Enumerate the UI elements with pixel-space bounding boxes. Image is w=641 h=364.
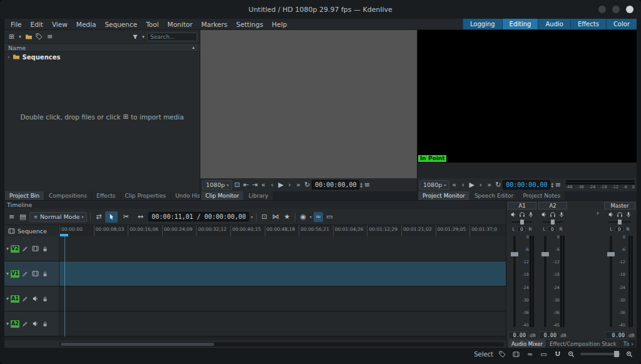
ripple-edit-icon[interactable]: ⇄: [94, 212, 103, 222]
video-thumbnails-icon[interactable]: ▭: [325, 212, 334, 222]
video-thumbnails-button[interactable]: [511, 349, 521, 359]
monitor-dock-tab[interactable]: Clip Monitor: [201, 191, 244, 200]
lock-track-icon[interactable]: [41, 245, 49, 253]
spacer-tool-button[interactable]: ↔: [134, 211, 146, 223]
clip-monitor-resolution-combo[interactable]: 1080p ▾: [202, 180, 232, 190]
video-track-icon[interactable]: [31, 270, 39, 278]
zone-start-icon[interactable]: ⇤: [242, 180, 250, 190]
track-edit-icon[interactable]: [21, 320, 29, 328]
loop-zone-icon[interactable]: ↻: [303, 180, 311, 190]
create-folder-button[interactable]: [24, 32, 33, 42]
audio-track-icon[interactable]: [31, 320, 39, 328]
fit-zoom-icon[interactable]: ⊡: [260, 212, 269, 222]
filter-button[interactable]: [130, 32, 140, 42]
bin-dock-tab[interactable]: Effects: [92, 191, 120, 200]
zone-end-icon[interactable]: ⇥: [250, 180, 259, 190]
lock-track-icon[interactable]: [41, 320, 49, 328]
mix-clips-icon[interactable]: ⋈: [271, 212, 280, 222]
bin-dock-tab[interactable]: Undo History: [171, 191, 200, 200]
project-monitor-resolution-combo[interactable]: 1080p ▾: [419, 180, 449, 190]
track-headers-menu-icon[interactable]: ▤: [18, 212, 28, 222]
favorite-effects-icon[interactable]: ★: [282, 212, 292, 222]
sequences-folder-row[interactable]: › Sequences: [4, 52, 200, 62]
track-v1-header[interactable]: ▾ V1: [4, 261, 59, 286]
solo-button[interactable]: [519, 211, 525, 218]
menu-item[interactable]: Markers: [197, 21, 232, 28]
menu-item[interactable]: Settings: [232, 21, 267, 28]
track-v2-body[interactable]: [59, 236, 506, 261]
workspace-tab[interactable]: Color: [606, 19, 637, 29]
bin-dock-tab[interactable]: Compositions: [44, 191, 91, 200]
pan-value[interactable]: 0: [615, 226, 623, 232]
timecode-spinner-icon[interactable]: ▲▼: [551, 182, 553, 188]
frame-forward-icon[interactable]: ›: [476, 180, 485, 190]
volume-fader[interactable]: [513, 236, 516, 327]
mute-button[interactable]: [510, 211, 516, 218]
play-button[interactable]: ▶: [468, 180, 476, 190]
track-name-badge[interactable]: V1: [11, 270, 19, 278]
menu-item[interactable]: Edit: [26, 21, 48, 28]
monitor-overlay-icon[interactable]: ⊡: [233, 180, 241, 190]
track-a2-body[interactable]: [59, 311, 506, 336]
track-a2-header[interactable]: ▾ A2: [4, 311, 59, 336]
razor-tool-button[interactable]: ✂: [120, 211, 132, 223]
workspace-tab[interactable]: Logging: [463, 19, 502, 29]
tags-status-button[interactable]: [498, 349, 507, 359]
frame-backward-icon[interactable]: ‹: [459, 180, 467, 190]
window-minimize-button[interactable]: [598, 6, 606, 13]
volume-fader[interactable]: [610, 236, 612, 327]
track-collapse-icon[interactable]: ▾: [6, 321, 9, 326]
playhead[interactable]: [64, 236, 65, 336]
timeline-menu-icon[interactable]: ≡: [7, 212, 16, 222]
pan-slider[interactable]: [608, 220, 631, 225]
timecode-spinner-icon[interactable]: ▲▼: [360, 182, 362, 188]
menu-item[interactable]: Help: [267, 21, 291, 28]
workspace-tab[interactable]: Audio: [538, 19, 570, 29]
track-edit-icon[interactable]: [21, 295, 29, 303]
record-button[interactable]: [528, 211, 534, 218]
scrollbar-thumb[interactable]: [61, 343, 214, 346]
level-value[interactable]: 0.00: [539, 331, 559, 339]
mixer-collapse-icon[interactable]: ›: [597, 210, 599, 216]
zoom-in-button[interactable]: [625, 349, 634, 359]
workspace-tab[interactable]: Effects: [570, 19, 606, 29]
record-button[interactable]: [558, 211, 565, 218]
audio-thumbnails-button[interactable]: ≈: [525, 349, 535, 359]
zoom-slider[interactable]: [580, 353, 620, 355]
fader-handle[interactable]: [541, 252, 549, 256]
pan-value[interactable]: 0: [517, 226, 526, 232]
bin-dock-tab[interactable]: Clip Properties: [121, 191, 170, 200]
track-name-badge[interactable]: A1: [11, 295, 19, 303]
add-clip-button[interactable]: ⊞: [7, 32, 16, 42]
bin-menu-icon[interactable]: ≡: [45, 32, 54, 42]
bin-body[interactable]: › Sequences Double click, drop files or …: [4, 52, 200, 191]
filter-dropdown-icon[interactable]: ▾: [141, 32, 146, 42]
edit-mode-combo[interactable]: ≡ Normal Mode ▾: [29, 212, 87, 222]
track-v2-header[interactable]: ▾ V2: [4, 236, 59, 261]
mixer-dock-tab[interactable]: Time Remapping: [620, 340, 629, 348]
timeline-horizontal-scrollbar[interactable]: [59, 342, 504, 346]
audio-track-icon[interactable]: [31, 295, 39, 303]
project-monitor-menu-icon[interactable]: ≡: [554, 180, 562, 190]
skip-backward-icon[interactable]: «: [259, 180, 267, 190]
play-button[interactable]: ▶: [277, 180, 285, 190]
mute-button[interactable]: [608, 211, 614, 218]
project-monitor-timecode[interactable]: 00:00:00,00: [503, 180, 550, 190]
loop-zone-icon[interactable]: ↻: [494, 180, 502, 190]
expander-icon[interactable]: ›: [8, 54, 10, 60]
search-input[interactable]: [147, 33, 197, 41]
clip-monitor-timecode[interactable]: 00:00:00,00: [312, 180, 359, 190]
bin-columns-header[interactable]: Name ▴: [4, 43, 200, 52]
solo-button[interactable]: [617, 211, 623, 218]
track-collapse-icon[interactable]: ▾: [6, 296, 9, 301]
pan-slider[interactable]: [543, 220, 563, 225]
menu-item[interactable]: Sequence: [100, 21, 141, 28]
track-name-badge[interactable]: V2: [11, 245, 19, 253]
track-edit-icon[interactable]: [21, 270, 29, 278]
markers-comments-button[interactable]: ▭: [539, 349, 548, 359]
fader-handle[interactable]: [607, 252, 615, 256]
track-a1-body[interactable]: [59, 286, 506, 311]
tags-button[interactable]: [34, 32, 44, 42]
tab-scroll-right-icon[interactable]: ›: [629, 340, 635, 348]
monitor-dock-tab[interactable]: Library: [244, 191, 272, 200]
